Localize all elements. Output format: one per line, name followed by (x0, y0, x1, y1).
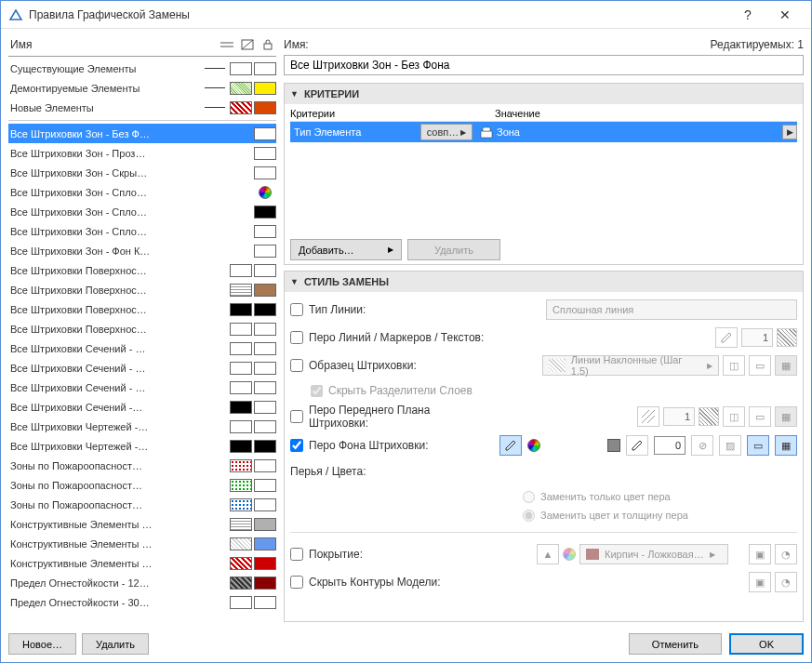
rule-row[interactable]: Конструктивные Элементы … (8, 514, 276, 534)
rule-row[interactable]: Все Штриховки Зон - Спло… (8, 182, 276, 202)
fillpattern-checkbox[interactable] (290, 359, 303, 372)
bg-colorwheel-button[interactable] (527, 439, 540, 452)
rule-name: Все Штриховки Зон - Скры… (10, 167, 202, 179)
rule-row[interactable]: Все Штриховки Сечений - … (8, 378, 276, 397)
rule-row[interactable]: Все Штриховки Зон - Спло… (8, 221, 276, 241)
bgfill-checkbox[interactable] (290, 439, 303, 452)
cancel-button[interactable]: Отменить (629, 633, 722, 655)
rule-row[interactable]: Все Штриховки Сечений - … (8, 358, 276, 378)
rule-name-input[interactable] (284, 55, 804, 75)
surface-checkbox[interactable] (290, 548, 303, 561)
contour-opt2-button[interactable]: ◔ (775, 572, 797, 592)
rule-name: Предел Огнестойкости - 12… (10, 577, 202, 589)
bg-pen-icon2[interactable] (626, 435, 648, 456)
list-header-name[interactable]: Имя (8, 38, 215, 51)
rule-row[interactable]: Все Штриховки Сечений -… (8, 397, 276, 417)
linepen-number[interactable] (741, 328, 773, 347)
delete-criteria-button[interactable]: Удалить (407, 239, 500, 260)
rule-name: Все Штриховки Чертежей -… (10, 441, 202, 452)
help-button[interactable]: ? (729, 2, 766, 28)
fill-opt3-button[interactable]: ▦ (775, 355, 797, 376)
bg-color-swatch[interactable] (607, 439, 620, 452)
surface-dropdown[interactable]: Кирпич - Ложковая…▶ (579, 544, 728, 564)
linepen-checkbox[interactable] (290, 331, 303, 344)
hidecontours-label: Скрыть Контуры Модели: (309, 576, 441, 589)
rule-row[interactable]: Конструктивные Элементы … (8, 534, 276, 553)
bg-opt4-button[interactable]: ▦ (775, 435, 797, 456)
rule-row[interactable]: Все Штриховки Сечений - … (8, 338, 276, 358)
surface-paint-icon[interactable]: ▲ (537, 544, 559, 564)
bgfill-number[interactable] (654, 436, 686, 455)
fg-hatch-icon[interactable] (637, 406, 659, 427)
rule-row[interactable]: Предел Огнестойкости - 12… (8, 573, 276, 592)
rules-list[interactable]: Существующие ЭлементыДемонтируемые Элеме… (8, 59, 276, 626)
fg-opt2-button[interactable]: ▭ (749, 406, 771, 427)
fgfill-number[interactable] (663, 407, 695, 426)
rule-row[interactable]: Все Штриховки Зон - Спло… (8, 202, 276, 221)
hidecontours-checkbox[interactable] (290, 576, 303, 589)
rule-row[interactable]: Все Штриховки Поверхнос… (8, 280, 276, 299)
fg-opt3-button[interactable]: ▦ (775, 406, 797, 427)
rule-row[interactable]: Предел Огнестойкости - 30… (8, 592, 276, 612)
bg-pen-button[interactable] (499, 435, 522, 456)
criteria-operator-button[interactable]: совп…▶ (420, 124, 473, 140)
rule-name: Все Штриховки Зон - Без Ф… (10, 128, 202, 139)
close-button[interactable]: ✕ (766, 2, 804, 28)
criteria-section-header[interactable]: ▼КРИТЕРИИ (285, 84, 803, 104)
rule-row[interactable]: Все Штриховки Зон - Без Ф… (8, 124, 276, 143)
rule-row[interactable]: Все Штриховки Поверхнос… (8, 299, 276, 319)
pen-icon-button[interactable] (715, 327, 738, 348)
rule-row[interactable]: Все Штриховки Чертежей -… (8, 417, 276, 436)
fg-opt1-button[interactable]: ◫ (723, 406, 745, 427)
header-lock-icon[interactable] (260, 36, 276, 53)
rule-row[interactable]: Демонтируемые Элементы (8, 78, 276, 98)
style-section-header[interactable]: ▼СТИЛЬ ЗАМЕНЫ (285, 272, 803, 292)
rule-row[interactable]: Зоны по Пожароопасност… (8, 475, 276, 495)
rule-row[interactable]: Зоны по Пожароопасност… (8, 495, 276, 514)
rule-row[interactable]: Все Штриховки Зон - Проз… (8, 143, 276, 163)
linetype-dropdown[interactable]: Сплошная линия (546, 299, 797, 320)
rule-row[interactable]: Все Штриховки Зон - Фон К… (8, 241, 276, 260)
delete-rule-button[interactable]: Удалить (82, 633, 149, 655)
hide-separators-checkbox (311, 385, 323, 397)
svg-line-8 (642, 410, 655, 423)
new-rule-button[interactable]: Новое… (8, 633, 76, 655)
surface-colorwheel[interactable] (563, 548, 576, 561)
ok-button[interactable]: OK (729, 633, 804, 655)
linetype-checkbox[interactable] (290, 303, 303, 316)
rule-name: Все Штриховки Сечений - … (10, 382, 202, 393)
fgfill-checkbox[interactable] (290, 410, 303, 423)
rule-name: Все Штриховки Поверхнос… (10, 304, 202, 315)
window-title: Правила Графической Замены (29, 8, 729, 21)
rule-row[interactable]: Зоны по Пожароопасност… (8, 456, 276, 475)
rule-row[interactable]: Все Штриховки Чертежей -… (8, 436, 276, 456)
replace-color-thickness-label: Заменить цвет и толщину пера (540, 510, 688, 521)
fillpattern-label: Образец Штриховки: (309, 359, 417, 372)
criteria-value-picker[interactable]: ▶ (782, 125, 797, 139)
add-criteria-button[interactable]: Добавить…▶ (290, 239, 402, 260)
bg-opt1-button[interactable]: ⊘ (691, 435, 713, 456)
linepen-swatch[interactable] (777, 328, 797, 347)
rule-row[interactable]: Все Штриховки Поверхнос… (8, 319, 276, 338)
fill-opt2-button[interactable]: ▭ (749, 355, 771, 376)
bg-opt3-button[interactable]: ▭ (747, 435, 769, 456)
rule-row[interactable]: Конструктивные Элементы … (8, 553, 276, 573)
surface-opt1-button[interactable]: ▣ (749, 544, 771, 564)
header-fill-icon[interactable] (239, 36, 256, 53)
rule-name: Конструктивные Элементы … (10, 519, 202, 530)
criteria-row[interactable]: Тип Элемента совп…▶ Зона ▶ (290, 122, 797, 142)
rule-name: Все Штриховки Сечений -… (10, 402, 202, 413)
rule-row[interactable]: Все Штриховки Поверхнос… (8, 260, 276, 280)
surface-opt2-button[interactable]: ◔ (775, 544, 797, 564)
bg-opt2-button[interactable]: ▨ (719, 435, 741, 456)
fillpattern-dropdown[interactable]: Линии Наклонные (Шаг 1.5)▶ (542, 355, 719, 376)
criteria-column-header: Критерии (290, 108, 439, 119)
rule-row[interactable]: Новые Элементы (8, 98, 276, 117)
contour-opt1-button[interactable]: ▣ (749, 572, 771, 592)
fgfill-swatch[interactable] (699, 407, 719, 426)
rule-row[interactable]: Существующие Элементы (8, 59, 276, 78)
svg-rect-6 (483, 127, 490, 131)
rule-row[interactable]: Все Штриховки Зон - Скры… (8, 163, 276, 182)
fill-opt1-button[interactable]: ◫ (723, 355, 745, 376)
header-line-icon[interactable] (219, 36, 235, 53)
